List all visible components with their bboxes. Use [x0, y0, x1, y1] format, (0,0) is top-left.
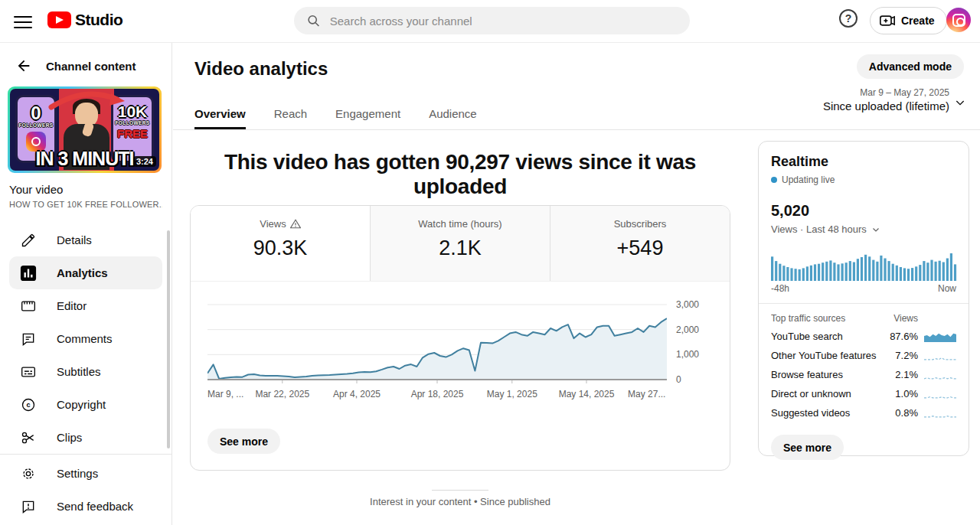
tab-audience[interactable]: Audience	[429, 107, 477, 129]
create-button[interactable]: Create	[870, 7, 947, 34]
traffic-source-value: 2.1%	[884, 369, 918, 380]
video-duration-badge: 3:24	[133, 156, 156, 167]
tab-reach[interactable]: Reach	[274, 107, 307, 129]
date-range-selector[interactable]: Mar 9 – May 27, 2025 Since uploaded (lif…	[823, 87, 949, 112]
hamburger-menu-icon[interactable]	[14, 12, 32, 31]
realtime-divider	[759, 303, 969, 304]
realtime-title: Realtime	[771, 154, 956, 170]
sidebar-item-label: Analytics	[57, 266, 108, 279]
studio-wordmark: Studio	[75, 11, 122, 29]
traffic-source-label: Direct or unknown	[771, 388, 884, 399]
metric-tab-views[interactable]: Views 90.3K	[191, 206, 370, 281]
help-icon[interactable]: ?	[839, 9, 858, 28]
youtube-studio-logo[interactable]: Studio	[47, 11, 122, 29]
traffic-sparkline	[924, 407, 956, 419]
metric-label: Watch time (hours)	[418, 218, 501, 230]
search-icon	[306, 13, 321, 28]
sidebar-item-label: Send feedback	[57, 500, 133, 513]
thumbnail-arrow-icon	[47, 90, 126, 110]
video-title: HOW TO GET 10K FREE FOLLOWER...	[9, 200, 162, 209]
analytics-header: Video analytics Advanced mode Overview R…	[173, 43, 980, 130]
traffic-row-other-features[interactable]: Other YouTube features 7.2%	[771, 346, 956, 365]
sidebar-scrollbar[interactable]	[167, 230, 170, 448]
traffic-source-value: 87.6%	[884, 331, 918, 342]
realtime-caption: Views · Last 48 hours	[771, 223, 867, 235]
live-dot-icon	[771, 177, 777, 183]
gear-icon	[20, 465, 37, 482]
svg-text:c: c	[26, 401, 30, 409]
realtime-views-selector[interactable]: Views · Last 48 hours	[771, 223, 956, 235]
back-label[interactable]: Channel content	[46, 60, 136, 73]
warning-icon	[290, 219, 301, 229]
traffic-sparkline	[924, 331, 956, 343]
channel-avatar[interactable]	[946, 8, 971, 32]
copyright-icon: c	[20, 396, 37, 413]
sidebar-item-label: Editor	[57, 299, 87, 312]
views-line-chart[interactable]: 01,0002,0003,000 Mar 9, ...Mar 22, 2025A…	[207, 298, 665, 421]
pencil-icon	[20, 232, 37, 249]
traffic-table-title: Top traffic sources	[771, 313, 884, 324]
tab-overview[interactable]: Overview	[194, 107, 246, 129]
metric-tab-watch-time[interactable]: Watch time (hours) 2.1K	[370, 206, 550, 281]
video-thumbnail[interactable]: 0 FOLLOWERS 10K FOLLOWERS FREE IN 3 MINU…	[8, 86, 162, 173]
chevron-down-icon[interactable]	[954, 96, 966, 109]
sidebar-divider	[0, 454, 172, 455]
see-more-button[interactable]: See more	[207, 429, 280, 454]
date-range-text: Mar 9 – May 27, 2025	[823, 87, 949, 98]
sidebar-item-label: Clips	[57, 431, 82, 444]
realtime-see-more-button[interactable]: See more	[771, 435, 844, 460]
metric-tabs: Views 90.3K Watch time (hours) 2.1K Subs…	[191, 206, 730, 282]
sidebar-item-copyright[interactable]: c Copyright	[0, 388, 172, 421]
analytics-icon	[20, 265, 37, 282]
channel-search[interactable]	[294, 7, 690, 34]
sidebar-item-settings[interactable]: Settings	[0, 457, 172, 490]
next-section-note: Interest in your content • Since publish…	[190, 496, 730, 507]
back-arrow-icon[interactable]	[15, 57, 32, 74]
metric-label: Views	[260, 218, 286, 230]
sidebar-item-subtitles[interactable]: Subtitles	[0, 355, 172, 388]
realtime-axis-right: Now	[938, 283, 956, 294]
traffic-sparkline	[924, 350, 956, 362]
traffic-source-label: Other YouTube features	[771, 350, 884, 361]
sidebar-item-analytics[interactable]: Analytics	[9, 256, 162, 289]
sidebar-item-editor[interactable]: Editor	[0, 289, 172, 322]
sidebar-item-clips[interactable]: Clips	[0, 421, 172, 454]
sidebar-item-label: Comments	[57, 332, 113, 345]
sidebar: Channel content 0 FOLLOWERS 10K FOLLOWER…	[0, 43, 172, 525]
metric-value: 2.1K	[371, 236, 550, 260]
sidebar-item-send-feedback[interactable]: Send feedback	[0, 490, 172, 523]
chevron-down-icon	[871, 225, 880, 234]
realtime-card: Realtime Updating live 5,020 Views · Las…	[758, 141, 969, 456]
traffic-row-suggested-videos[interactable]: Suggested videos 0.8%	[771, 403, 956, 422]
comments-icon	[20, 331, 37, 347]
traffic-row-youtube-search[interactable]: YouTube search 87.6%	[771, 327, 956, 346]
sidebar-item-comments[interactable]: Comments	[0, 322, 172, 355]
overview-content: This video has gotten 90,297 views since…	[173, 130, 980, 525]
traffic-row-direct-unknown[interactable]: Direct or unknown 1.0%	[771, 384, 956, 403]
metric-tab-subscribers[interactable]: Subscribers +549	[550, 206, 730, 281]
traffic-source-label: YouTube search	[771, 331, 884, 342]
subtitles-icon	[20, 364, 37, 380]
top-bar: Studio ? Create	[0, 0, 980, 43]
realtime-views-count: 5,020	[771, 202, 956, 220]
metric-value: 90.3K	[191, 236, 370, 260]
page-title: Video analytics	[194, 58, 328, 80]
sidebar-item-details[interactable]: Details	[0, 223, 172, 256]
views-headline: This video has gotten 90,297 views since…	[190, 150, 730, 199]
analytics-tabs: Overview Reach Engagement Audience	[194, 107, 505, 129]
scissors-icon	[20, 429, 37, 446]
tab-engagement[interactable]: Engagement	[335, 107, 400, 129]
search-input[interactable]	[330, 15, 678, 28]
key-metrics-card: Views 90.3K Watch time (hours) 2.1K Subs…	[190, 205, 730, 471]
traffic-source-value: 0.8%	[884, 407, 918, 419]
sidebar-item-label: Subtitles	[57, 365, 101, 378]
traffic-views-header: Views	[884, 313, 918, 324]
sidebar-menu: Details Analytics Editor Comments Subtit…	[0, 223, 172, 454]
sidebar-item-label: Settings	[57, 467, 98, 480]
traffic-source-value: 7.2%	[884, 350, 918, 361]
sidebar-item-label: Details	[57, 233, 92, 246]
youtube-play-icon	[47, 11, 71, 28]
advanced-mode-button[interactable]: Advanced mode	[857, 54, 964, 79]
editor-icon	[20, 298, 37, 315]
traffic-row-browse-features[interactable]: Browse features 2.1%	[771, 365, 956, 384]
